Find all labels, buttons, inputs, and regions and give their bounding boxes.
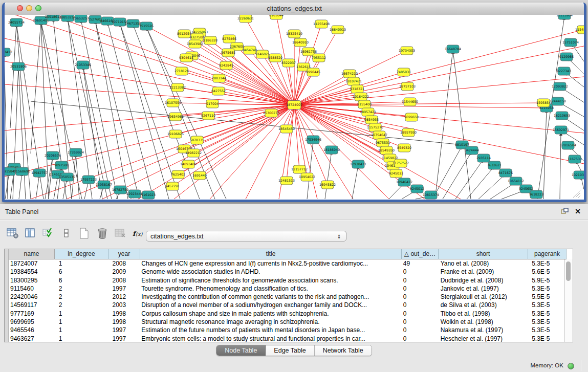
function-icon[interactable]: f(x): [132, 227, 145, 239]
graph-node[interactable]: 8912954: [177, 30, 191, 38]
graph-node[interactable]: 5878335: [190, 136, 204, 144]
graph-node[interactable]: 20206576: [45, 151, 61, 160]
graph-node[interactable]: 10653257: [73, 15, 89, 23]
graph-node[interactable]: 9242845: [219, 61, 233, 70]
graph-node[interactable]: 9304615: [179, 54, 193, 62]
graph-node[interactable]: 11255498: [313, 20, 330, 28]
graph-node[interactable]: 18724007: [286, 101, 302, 110]
table-selector-dropdown[interactable]: citations_edges.txt ▲▼: [146, 231, 346, 242]
graph-node[interactable]: 12481513: [278, 177, 295, 185]
graph-node[interactable]: 18545450: [278, 125, 295, 133]
graph-node[interactable]: 18543982: [187, 40, 203, 48]
graph-node[interactable]: 8275466: [222, 35, 236, 43]
graph-node[interactable]: 1691440: [192, 171, 207, 180]
graph-node[interactable]: 1167533: [568, 155, 582, 163]
graph-node[interactable]: 9227343: [557, 67, 571, 75]
graph-node[interactable]: 10210345: [572, 171, 584, 179]
graph-node[interactable]: 15751074: [562, 38, 579, 47]
graph-node[interactable]: 21053346: [75, 61, 91, 69]
graph-node[interactable]: 9155400: [357, 100, 372, 108]
graph-node[interactable]: 7485031: [397, 68, 411, 76]
graph-node[interactable]: 7625402: [171, 170, 185, 179]
graph-node[interactable]: 16640913: [330, 26, 346, 34]
graph-node[interactable]: 18640910: [292, 38, 309, 47]
graph-node[interactable]: 8163044: [269, 15, 284, 19]
graph-node[interactable]: 9245012: [410, 185, 424, 193]
column-header[interactable]: name: [9, 249, 55, 259]
column-header[interactable]: in_degree: [55, 249, 108, 259]
graph-node[interactable]: 10164222: [353, 93, 369, 101]
window-titlebar[interactable]: citations_edges.txt: [5, 3, 584, 15]
graph-node[interactable]: 18549350: [378, 146, 395, 155]
graph-node[interactable]: 18186940: [323, 146, 340, 154]
graph-node[interactable]: 9457791: [165, 182, 180, 190]
column-header[interactable]: short: [439, 249, 528, 259]
graph-node[interactable]: 19654985: [167, 113, 184, 121]
graph-node[interactable]: 8454749: [243, 46, 257, 54]
graph-node[interactable]: 10754647: [371, 131, 387, 139]
graph-node[interactable]: 10815374: [423, 191, 439, 199]
float-panel-icon[interactable]: [561, 208, 569, 215]
graph-node[interactable]: 15692971: [553, 126, 569, 134]
graph-node[interactable]: 17359924: [68, 148, 84, 157]
graph-node[interactable]: 2935114: [476, 154, 491, 162]
graph-node[interactable]: 11575270: [367, 123, 383, 132]
graph-node[interactable]: 14093489: [180, 160, 197, 168]
graph-node[interactable]: 8322037: [281, 59, 296, 67]
graph-node[interactable]: 11757527: [393, 159, 409, 167]
graph-node[interactable]: 9618223: [529, 190, 543, 199]
graph-node[interactable]: 1588520: [268, 54, 282, 62]
column-chooser-icon[interactable]: [24, 227, 37, 239]
graph-node[interactable]: 16945822: [319, 181, 336, 189]
graph-node[interactable]: 18757103: [399, 82, 416, 91]
graph-node[interactable]: 7632621: [487, 161, 502, 169]
column-header[interactable]: year: [108, 249, 140, 259]
graph-node[interactable]: 18957950: [400, 128, 417, 137]
graph-node[interactable]: 11544690: [402, 98, 418, 106]
new-file-icon[interactable]: [78, 227, 91, 239]
graph-node[interactable]: 9675531: [376, 139, 390, 147]
graph-node[interactable]: 15113904: [556, 15, 573, 19]
graph-node[interactable]: 16107554: [165, 99, 181, 107]
scrollbar-thumb[interactable]: [566, 261, 571, 281]
table-row[interactable]: 969969511998Structural magnetic resonanc…: [9, 318, 565, 326]
table-row[interactable]: 2242004622012Investigating the contribut…: [9, 293, 565, 301]
graph-node[interactable]: 18957421: [360, 108, 376, 116]
column-header[interactable]: pagerank: [528, 249, 567, 259]
table-row[interactable]: 1872400712008Changes of HCN gene express…: [9, 259, 565, 268]
rows-icon[interactable]: [60, 227, 73, 239]
graph-node[interactable]: 24055724: [8, 18, 25, 27]
graph-node[interactable]: 10954022: [299, 173, 315, 181]
graph-node[interactable]: 17957223: [80, 176, 97, 184]
graph-node[interactable]: 9161023: [141, 191, 156, 199]
table-settings-icon[interactable]: [6, 227, 19, 239]
graph-node[interactable]: 9474444: [465, 146, 479, 155]
graph-node[interactable]: 7955112: [312, 54, 326, 62]
graph-node[interactable]: 2803144: [212, 74, 226, 82]
graph-node[interactable]: 9267110: [201, 112, 215, 120]
graph-node[interactable]: 19223412: [5, 48, 12, 56]
graph-node[interactable]: 5675685: [221, 49, 235, 57]
graph-node[interactable]: 9146821: [255, 50, 270, 58]
table-row[interactable]: 1830029562008Estimation of significance …: [9, 276, 565, 285]
graph-node[interactable]: 9699650: [404, 113, 419, 121]
graph-node[interactable]: 16674210: [341, 70, 358, 78]
graph-node[interactable]: 12093822: [552, 82, 568, 91]
close-panel-icon[interactable]: ✕: [575, 208, 581, 215]
tab-network-table[interactable]: Network Table: [315, 345, 372, 356]
graph-node[interactable]: 12923446: [126, 190, 143, 198]
graph-node[interactable]: 7515526: [139, 22, 154, 30]
graph-node[interactable]: 9318321: [350, 85, 364, 93]
graph-node[interactable]: 16210693: [554, 112, 570, 120]
graph-node[interactable]: 2718126: [175, 67, 189, 75]
graph-node[interactable]: 9245033: [389, 169, 403, 178]
graph-node[interactable]: 19734303: [399, 47, 415, 55]
graph-node[interactable]: 16648784: [445, 45, 461, 53]
graph-node[interactable]: 12213382: [169, 83, 186, 92]
graph-node[interactable]: 9990445: [306, 68, 320, 76]
graph-node[interactable]: 12157712: [291, 165, 308, 173]
graph-node[interactable]: 22260631: [237, 15, 254, 23]
graph-node[interactable]: 11568690: [14, 167, 30, 176]
graph-node[interactable]: 19106825: [167, 130, 184, 138]
graph-node[interactable]: 10946422: [396, 178, 412, 186]
